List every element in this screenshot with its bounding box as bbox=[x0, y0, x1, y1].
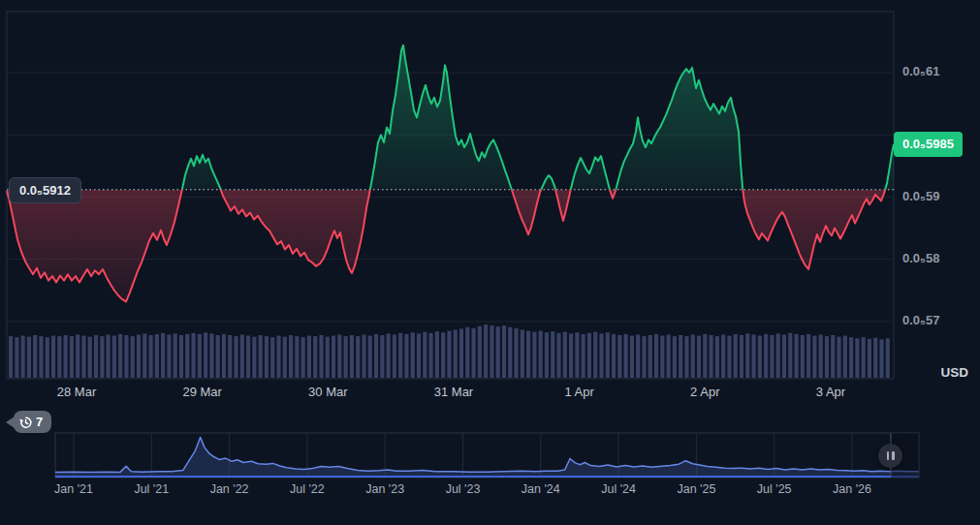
history-badge-button[interactable]: 7 bbox=[14, 411, 51, 433]
timeline-label: Jan '22 bbox=[210, 482, 249, 496]
timeline-label: Jan '26 bbox=[833, 482, 871, 496]
timeline-label: Jul '25 bbox=[757, 482, 792, 496]
timeline-label: Jul '24 bbox=[601, 482, 636, 496]
y-axis-label: 0.0₅57 bbox=[902, 313, 940, 327]
timeline-label: Jan '21 bbox=[54, 482, 93, 496]
x-axis-label: 1 Apr bbox=[564, 385, 593, 399]
x-axis-label: 28 Mar bbox=[57, 385, 96, 399]
main-chart-area[interactable] bbox=[7, 12, 894, 379]
x-axis-label: 30 Mar bbox=[308, 385, 347, 399]
x-axis-label: 3 Apr bbox=[816, 385, 845, 399]
timeline-label: Jan '25 bbox=[677, 482, 715, 496]
timeline-label: Jan '23 bbox=[365, 482, 404, 496]
navigator-right-handle[interactable] bbox=[878, 444, 902, 468]
timeline-label: Jul '23 bbox=[446, 482, 481, 496]
price-chart-widget: 0.0₅610.0₅590.0₅580.0₅5728 Mar29 Mar30 M… bbox=[0, 0, 980, 525]
timeline-label: Jan '24 bbox=[522, 482, 560, 496]
currency-label: USD bbox=[940, 365, 968, 380]
y-axis-label: 0.0₅61 bbox=[902, 64, 940, 78]
timeline-label: Jul '22 bbox=[290, 482, 325, 496]
x-axis-label: 29 Mar bbox=[182, 385, 221, 399]
baseline-price-badge: 0.0₅5912 bbox=[9, 177, 81, 203]
pause-icon bbox=[892, 451, 895, 460]
history-count: 7 bbox=[36, 415, 43, 429]
y-axis-label: 0.0₅58 bbox=[902, 251, 940, 265]
pause-icon bbox=[887, 451, 890, 460]
navigator-area[interactable] bbox=[55, 433, 919, 478]
x-axis-label: 2 Apr bbox=[690, 385, 719, 399]
y-axis-label: 0.0₅59 bbox=[902, 189, 940, 203]
current-price-badge: 0.0₅5985 bbox=[894, 132, 963, 157]
timeline-label: Jul '21 bbox=[134, 482, 169, 496]
x-axis-label: 31 Mar bbox=[434, 385, 473, 399]
history-clock-icon bbox=[18, 416, 32, 429]
